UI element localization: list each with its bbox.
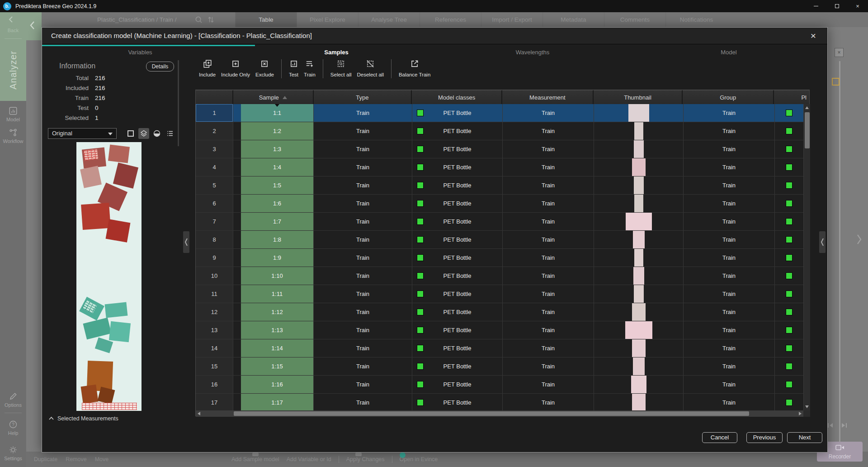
vertical-scrollbar[interactable] [803,104,810,410]
scroll-left-icon[interactable] [198,412,200,415]
step-variables[interactable]: Variables [42,48,238,57]
col-header-measurement[interactable]: Measurement [502,90,594,104]
view-mode-dropdown[interactable]: Original [48,128,117,139]
scroll-right-icon[interactable] [799,412,802,415]
tab-analyse-tree[interactable]: Analyse Tree [358,12,420,27]
table-row[interactable]: 171:17TrainPET BottleTrainTrain [196,394,809,410]
scrollbar[interactable] [178,60,179,146]
scroll-thumb[interactable] [805,112,810,148]
table-row[interactable]: 11:1TrainPET BottleTrainTrain [196,104,809,122]
table-row[interactable]: 101:10TrainPET BottleTrainTrain [196,267,809,285]
tab-notifications[interactable]: Notifications [665,12,727,27]
move-button[interactable]: Move [95,456,109,462]
add-sample-model-button[interactable]: Add Sample model [231,456,279,462]
app-back-chevron-icon[interactable] [29,20,36,32]
search-icon[interactable] [194,15,203,26]
select-all-button[interactable]: Select all [328,58,354,77]
sidebar-item-settings[interactable]: Settings [0,445,26,461]
remove-button[interactable]: Remove [66,456,87,462]
table-row[interactable]: 161:16TrainPET BottleTrainTrain [196,376,809,394]
details-button[interactable]: Details [146,62,174,71]
model-class-cell: PET Bottle [412,176,503,194]
plastic-piece [80,166,102,188]
type-cell: Train [314,195,412,212]
tab-import-export[interactable]: Import / Export [481,12,542,27]
col-header-index[interactable] [196,90,233,104]
maximize-button[interactable] [826,0,847,12]
col-header-sample[interactable]: Sample [233,90,314,104]
table-row[interactable]: 151:15TrainPET BottleTrainTrain [196,357,809,376]
step-samples[interactable]: Samples [238,48,434,57]
model-class-cell: PET Bottle [412,122,503,140]
collapse-panel-handle-right[interactable] [819,231,826,253]
col-header-thumbnail[interactable]: Thumbnail [594,90,683,104]
cancel-button[interactable]: Cancel [702,432,737,443]
model-class-cell: PET Bottle [412,339,503,357]
table-row[interactable]: 41:4TrainPET BottleTrainTrain [196,158,809,176]
balance-train-button[interactable]: Balance Train [396,58,433,77]
include-only-button[interactable]: Include Only [218,58,253,77]
back-chevron-icon[interactable] [8,16,14,25]
table-row[interactable]: 21:2TrainPET BottleTrainTrain [196,122,809,140]
table-row[interactable]: 61:6TrainPET BottleTrainTrain [196,195,809,213]
horizontal-scrollbar[interactable] [196,410,803,417]
deselect-all-button[interactable]: Deselect all [354,58,387,77]
table-row[interactable]: 31:3TrainPET BottleTrainTrain [196,140,809,158]
tab-pixel-explore[interactable]: Pixel Explore [297,12,358,27]
scroll-thumb[interactable] [234,411,749,416]
add-variable-button[interactable]: Add Variable or Id [287,456,331,462]
table-row[interactable]: 91:9TrainPET BottleTrainTrain [196,249,809,267]
test-button[interactable]: Test [286,58,301,77]
table-row[interactable]: 141:14TrainPET BottleTrainTrain [196,339,809,357]
tab-table[interactable]: Table [235,12,297,27]
col-header-type[interactable]: Type [314,90,412,104]
scroll-down-icon[interactable] [805,405,809,408]
open-in-evince-button[interactable]: Open in Evince [400,456,438,462]
tab-metadata[interactable]: Metadata [542,12,604,27]
duplicate-button[interactable]: Duplicate [34,456,57,462]
apply-changes-button[interactable]: Apply Changes [346,456,385,462]
tab-references[interactable]: References [420,12,481,27]
table-row[interactable]: 81:8TrainPET BottleTrainTrain [196,231,809,249]
dialog-close-button[interactable]: × [807,30,819,42]
sidebar-item-workflow[interactable]: Workflow [0,128,26,144]
table-row[interactable]: 111:11TrainPET BottleTrainTrain [196,285,809,303]
selected-measurements-toggle[interactable]: Selected Measurements [48,415,118,422]
square-view-button[interactable] [125,128,136,139]
sort-icon[interactable] [207,15,215,26]
col-header-pl[interactable]: Pl [774,90,809,104]
tab-comments[interactable]: Comments [604,12,665,27]
exclude-button[interactable]: Exclude [253,58,277,77]
panel-expand-chevron-icon[interactable] [856,234,863,247]
table-row[interactable]: 51:5TrainPET BottleTrainTrain [196,176,809,195]
next-button[interactable]: Next [787,432,822,443]
table-row[interactable]: 131:13TrainPET BottleTrainTrain [196,321,809,339]
breadcrumb[interactable]: Plastic_Classification / Train / [97,12,177,27]
include-button[interactable]: Include [196,58,218,77]
sample-preview-image[interactable] [76,142,142,411]
step-wavelengths[interactable]: Wavelengths [434,48,631,57]
scroll-up-icon[interactable] [805,106,809,109]
sample-cell: 1:6 [233,195,314,212]
list-view-button[interactable] [165,128,175,139]
step-model[interactable]: Model [631,48,827,57]
train-button[interactable]: Train [301,58,318,77]
contrast-droplet-button[interactable] [151,128,162,139]
sidebar-back-label[interactable]: Back [0,28,26,33]
close-button[interactable]: × [847,0,868,12]
collapse-panel-handle[interactable] [183,231,189,253]
minimize-button[interactable] [806,0,826,12]
sidebar-item-options[interactable]: Options [0,392,26,408]
table-row[interactable]: 121:12TrainPET BottleTrainTrain [196,303,809,321]
col-header-group[interactable]: Group [683,90,774,104]
layers-view-button[interactable] [138,128,149,139]
col-header-model-classes[interactable]: Model classes [412,90,502,104]
step-forward-icon[interactable] [840,423,847,429]
sidebar-item-help[interactable]: ? Help [0,420,26,436]
previous-button[interactable]: Previous [746,432,783,443]
panel-close-button[interactable]: × [835,48,844,57]
sidebar-item-model[interactable]: Model [0,106,26,122]
thumbnail-cell [594,195,684,212]
step-backward-icon[interactable] [827,423,834,429]
table-row[interactable]: 71:7TrainPET BottleTrainTrain [196,213,809,231]
